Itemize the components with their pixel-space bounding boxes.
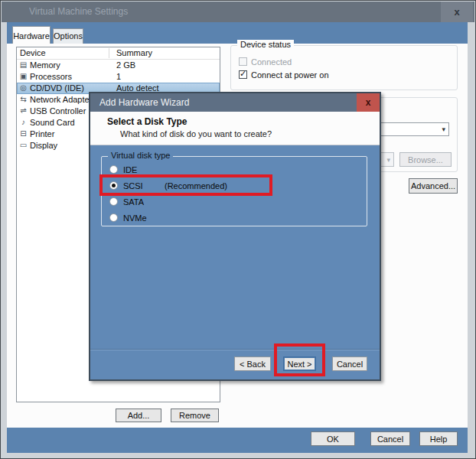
close-icon: x — [454, 6, 459, 18]
disk-type-option-ide[interactable]: IDE — [109, 161, 362, 177]
vm-settings-window: Virtual Machine Settings x Hardware Opti… — [0, 0, 476, 459]
device-status-group: Device status Connected Connect at power… — [230, 45, 458, 90]
remove-button[interactable]: Remove — [171, 409, 219, 422]
wizard-close-button[interactable]: x — [357, 93, 380, 112]
window-title: Virtual Machine Settings — [29, 2, 128, 22]
device-name: Sound Card — [30, 118, 75, 127]
device-name: Printer — [30, 129, 54, 138]
back-button[interactable]: < Back — [234, 356, 271, 371]
chevron-down-icon: ▾ — [386, 155, 390, 163]
usb-controller-icon: ⇌ — [18, 106, 28, 115]
option-label: SCSI — [123, 181, 161, 190]
window-close-button[interactable]: x — [441, 2, 473, 22]
device-row-processors[interactable]: ▣Processors1 — [17, 71, 220, 83]
column-summary: Summary — [116, 48, 152, 57]
column-separator — [109, 48, 109, 58]
device-status-title: Device status — [237, 40, 294, 49]
wizard-cancel-button[interactable]: Cancel — [332, 356, 367, 371]
radio-icon — [109, 213, 118, 222]
option-label: IDE — [123, 165, 161, 174]
disk-type-option-nvme[interactable]: NVMe — [109, 210, 362, 226]
radio-icon — [109, 181, 118, 190]
radio-icon — [109, 197, 118, 206]
browse-button[interactable]: Browse... — [399, 152, 452, 167]
wizard-separator — [90, 349, 380, 350]
add-button[interactable]: Add... — [116, 409, 161, 422]
wizard-subheading: What kind of disk do you want to create? — [120, 129, 272, 138]
disk-type-options: IDESCSI(Recommended)SATANVMe — [109, 161, 362, 226]
device-name: Network Adapter — [30, 95, 92, 104]
ok-button[interactable]: OK — [311, 431, 355, 446]
close-icon: x — [366, 97, 371, 108]
next-button[interactable]: Next > — [283, 356, 316, 371]
option-note: (Recommended) — [165, 181, 227, 190]
device-list-header[interactable]: Device Summary — [17, 47, 220, 60]
disk-type-option-sata[interactable]: SATA — [109, 194, 362, 210]
option-label: NVMe — [123, 213, 161, 223]
tab-options[interactable]: Options — [53, 28, 83, 44]
checkbox-connected[interactable]: Connected — [239, 57, 292, 67]
virtual-disk-type-label: Virtual disk type — [108, 151, 173, 160]
device-summary: 1 — [116, 72, 121, 81]
device-row-memory[interactable]: ▤Memory2 GB — [17, 60, 220, 71]
option-label: SATA — [123, 197, 161, 207]
sound-card-icon: ♪ — [18, 118, 28, 126]
help-button[interactable]: Help — [419, 431, 458, 446]
advanced-button[interactable]: Advanced... — [409, 178, 458, 194]
device-name: USB Controller — [30, 106, 86, 116]
wizard-title: Add Hardware Wizard — [99, 93, 189, 112]
disk-type-option-scsi[interactable]: SCSI(Recommended) — [109, 177, 362, 194]
memory-icon: ▤ — [18, 60, 28, 69]
wizard-titlebar: Add Hardware Wizard x — [90, 93, 380, 112]
device-summary: 2 GB — [116, 60, 135, 70]
dialog-button-bar: OK Cancel Help — [7, 428, 468, 453]
device-name: CD/DVD (IDE) — [30, 83, 84, 93]
connected-checkbox-icon — [239, 57, 247, 66]
cancel-button[interactable]: Cancel — [370, 431, 410, 446]
checkbox-connect-at-power-on[interactable]: Connect at power on — [239, 70, 329, 80]
add-hardware-wizard-dialog: Add Hardware Wizard x Select a Disk Type… — [89, 92, 381, 381]
chevron-down-icon: ▾ — [442, 125, 445, 133]
connect-power-checkbox-icon — [239, 70, 247, 79]
device-name: Memory — [30, 60, 60, 70]
column-device: Device — [20, 48, 46, 57]
device-name: Processors — [30, 72, 72, 81]
display-icon: ▭ — [18, 141, 28, 149]
wizard-heading: Select a Disk Type — [107, 116, 187, 127]
radio-icon — [109, 165, 118, 174]
tab-hardware[interactable]: Hardware — [12, 26, 51, 44]
window-titlebar: Virtual Machine Settings x — [2, 2, 474, 22]
wizard-header: Select a Disk Type What kind of disk do … — [90, 112, 380, 145]
printer-icon: ⊟ — [18, 129, 28, 138]
screenshot-root: Virtual Machine Settings x Hardware Opti… — [0, 0, 476, 459]
device-name: Display — [30, 141, 57, 150]
virtual-disk-type-group: Virtual disk type IDESCSI(Recommended)SA… — [101, 156, 367, 226]
processors-icon: ▣ — [18, 72, 28, 80]
network-adapter-icon: ⇆ — [18, 95, 28, 103]
cd-dvd-icon: ◎ — [18, 83, 28, 92]
